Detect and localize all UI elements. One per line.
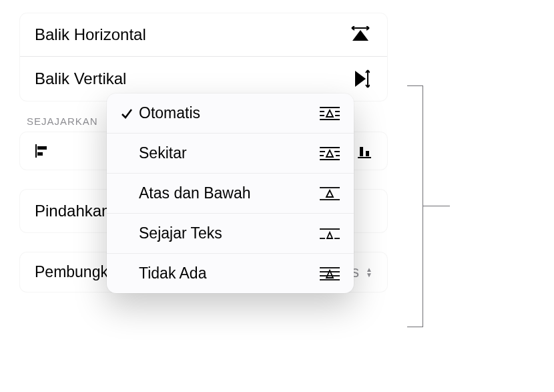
dropdown-chevron-icon: ▲▼ — [366, 267, 372, 278]
wrap-option-atas-dan-bawah[interactable]: Atas dan Bawah — [107, 173, 354, 213]
wrap-top-bottom-icon — [318, 186, 342, 201]
wrap-option-tidak-ada[interactable]: Tidak Ada — [107, 253, 354, 293]
align-left-button[interactable] — [33, 142, 52, 160]
svg-rect-7 — [366, 151, 369, 156]
wrap-option-label: Sejajar Teks — [139, 224, 318, 242]
svg-rect-6 — [360, 147, 363, 156]
wrap-inline-icon — [318, 226, 342, 241]
wrap-option-sejajar-teks[interactable]: Sejajar Teks — [107, 213, 354, 253]
wrap-option-otomatis[interactable]: Otomatis — [107, 93, 354, 133]
wrap-auto-icon — [318, 106, 342, 121]
align-bottom-button[interactable] — [355, 142, 374, 160]
wrap-option-label: Tidak Ada — [139, 264, 318, 282]
svg-rect-4 — [37, 152, 43, 156]
wrap-option-label: Sekitar — [139, 144, 318, 162]
checkmark-icon — [115, 107, 139, 120]
wrap-around-icon — [318, 146, 342, 161]
text-wrap-popup: Otomatis Sekitar — [107, 93, 354, 293]
wrap-none-icon — [318, 266, 342, 281]
flip-vertical-label: Balik Vertikal — [35, 69, 126, 88]
flip-section: Balik Horizontal Balik Vertikal — [20, 13, 387, 101]
flip-horizontal-label: Balik Horizontal — [35, 25, 146, 44]
svg-rect-3 — [37, 146, 47, 150]
flip-horizontal-row[interactable]: Balik Horizontal — [20, 13, 387, 56]
wrap-option-label: Otomatis — [139, 104, 318, 122]
callout-bracket — [407, 85, 423, 327]
flip-horizontal-icon — [348, 26, 372, 43]
wrap-option-sekitar[interactable]: Sekitar — [107, 133, 354, 173]
move-label: Pindahkan — [35, 202, 110, 220]
wrap-option-label: Atas dan Bawah — [139, 184, 318, 202]
callout-bracket-arm — [423, 206, 450, 206]
flip-vertical-icon — [348, 69, 372, 89]
